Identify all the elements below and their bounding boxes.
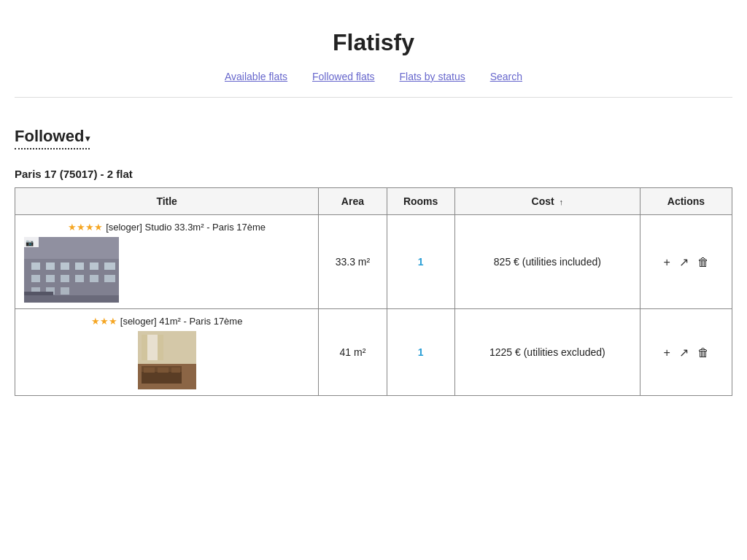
add-button-2[interactable]: + [660,345,673,361]
svg-rect-12 [90,275,98,282]
nav-flats-by-status[interactable]: Flats by status [400,71,465,82]
page-wrapper: Flatisfy Available flats Followed flats … [0,0,747,411]
listing-rooms-2: 1 [387,309,454,396]
delete-button-2[interactable]: 🗑 [694,345,712,361]
svg-rect-5 [75,262,84,270]
col-rooms: Rooms [387,188,454,215]
delete-button-1[interactable]: 🗑 [694,254,712,271]
col-title: Title [15,188,319,215]
listing-title-cell: ★★★★ [seloger] Studio 33.3m² - Paris 17è… [15,215,319,309]
page-heading: Followed▾ [15,127,90,149]
svg-rect-10 [61,275,69,282]
table-row: ★★★★ [seloger] Studio 33.3m² - Paris 17è… [15,215,732,309]
svg-rect-25 [158,335,163,360]
listing-cost-1: 825 € (utilities included) [454,215,640,309]
svg-rect-18 [24,292,53,295]
col-area: Area [319,188,387,215]
listing-title-text-2: [seloger] 41m² - Paris 17ème [120,316,243,327]
listing-image-1: 📷 [24,237,119,303]
table-row: ★★★ [seloger] 41m² - Paris 17ème [15,309,732,396]
nav-search[interactable]: Search [490,71,522,82]
app-title: Flatisfy [15,15,732,63]
col-cost[interactable]: Cost ↑ [454,188,640,215]
listing-image-2 [138,331,196,389]
table-header-row: Title Area Rooms Cost ↑ Actions [15,188,732,215]
svg-rect-24 [142,335,147,360]
listing-header-2: ★★★ [seloger] 41m² - Paris 17ème [21,315,312,327]
col-actions: Actions [640,188,732,215]
listing-title-cell-2: ★★★ [seloger] 41m² - Paris 17ème [15,309,319,396]
edit-button-2[interactable]: ↗ [676,344,692,361]
listing-title-text-1: [seloger] Studio 33.3m² - Paris 17ème [106,222,266,233]
svg-rect-6 [90,262,98,270]
flats-table: Title Area Rooms Cost ↑ Actions ★★★★ [se… [15,187,732,396]
section-title: Paris 17 (75017) - 2 flat [15,168,732,180]
svg-rect-3 [46,262,55,270]
svg-rect-16 [61,287,69,295]
listing-rooms-1: 1 [387,215,454,309]
listing-actions-2: + ↗ 🗑 [640,309,732,396]
svg-rect-29 [144,368,155,373]
svg-rect-9 [46,275,55,282]
dropdown-arrow-icon: ▾ [85,133,90,144]
add-button-1[interactable]: + [660,254,673,271]
listing-header: ★★★★ [seloger] Studio 33.3m² - Paris 17è… [21,221,312,233]
listing-stars-1: ★★★★ [68,222,103,233]
listing-stars-2: ★★★ [91,316,117,327]
listing-area-2: 41 m² [319,309,387,396]
svg-rect-7 [104,262,115,270]
svg-rect-17 [24,295,119,303]
svg-rect-4 [61,262,69,270]
nav-followed-flats[interactable]: Followed flats [312,71,375,82]
listing-actions-1: + ↗ 🗑 [640,215,732,309]
svg-rect-30 [158,368,169,373]
nav-available-flats[interactable]: Available flats [225,71,287,82]
svg-rect-2 [31,262,40,270]
listing-area-1: 33.3 m² [319,215,387,309]
svg-text:📷: 📷 [26,238,34,247]
svg-rect-13 [104,275,115,282]
svg-rect-8 [31,275,40,282]
edit-button-1[interactable]: ↗ [676,254,692,271]
listing-cost-2: 1225 € (utilities excluded) [454,309,640,396]
svg-rect-31 [171,368,180,373]
svg-rect-11 [75,275,84,282]
nav-bar: Available flats Followed flats Flats by … [15,63,732,98]
sort-asc-icon: ↑ [560,198,564,206]
